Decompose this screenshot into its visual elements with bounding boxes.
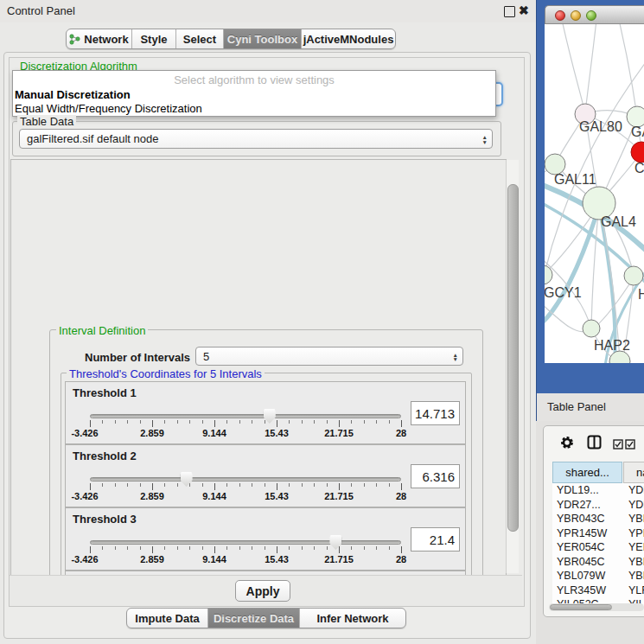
table-data-combobox-value: galFiltered.sif default node bbox=[27, 132, 158, 145]
table-row[interactable]: YDL19...YDL1 bbox=[552, 483, 644, 498]
number-of-intervals-combobox[interactable]: 5 ▲▼ bbox=[195, 347, 463, 366]
gear-icon[interactable] bbox=[559, 435, 575, 454]
tab-jactivemnodules-label: jActiveMNodules bbox=[303, 33, 394, 46]
cell[interactable]: YER0 bbox=[623, 541, 644, 553]
tab-cyni-toolbox[interactable]: Cyni Toolbox bbox=[224, 29, 302, 48]
table-row[interactable]: YBL079WYBL0 bbox=[552, 569, 644, 583]
apply-button[interactable]: Apply bbox=[235, 580, 290, 602]
tab-style-label: Style bbox=[140, 33, 167, 46]
close-traffic-light-icon[interactable] bbox=[555, 10, 565, 21]
zoom-traffic-light-icon[interactable] bbox=[586, 10, 596, 21]
threshold-2-slider-track[interactable] bbox=[90, 477, 401, 481]
float-window-icon[interactable] bbox=[504, 6, 515, 17]
close-icon[interactable]: ✖ bbox=[519, 3, 529, 17]
threshold-1-label: Threshold 1 bbox=[73, 386, 137, 399]
tab-infer-network-label: Infer Network bbox=[316, 612, 388, 625]
threshold-1-value-field[interactable]: 14.713 bbox=[411, 401, 460, 425]
algorithm-dropdown-popup: Select algorithm to view settings Manual… bbox=[12, 70, 496, 117]
cell[interactable]: YDL1 bbox=[623, 484, 644, 496]
tick-label: 28 bbox=[379, 491, 423, 501]
table-horizontal-scrollbar[interactable] bbox=[549, 603, 644, 611]
cell[interactable]: YER054C bbox=[552, 541, 623, 553]
algorithm-option-equal-width[interactable]: Equal Width/Frequency Discretization bbox=[15, 102, 202, 115]
tab-network[interactable]: Network bbox=[67, 29, 132, 48]
cell[interactable]: YBR0 bbox=[623, 513, 644, 525]
cell[interactable]: YBR043C bbox=[552, 513, 623, 525]
node-label: GAL4 bbox=[601, 214, 636, 229]
cell[interactable]: YBR045C bbox=[552, 556, 623, 568]
tick-label: -3.426 bbox=[63, 491, 106, 501]
tick-label: 15.43 bbox=[255, 428, 298, 438]
minimize-traffic-light-icon[interactable] bbox=[571, 10, 581, 21]
tab-impute-data[interactable]: Impute Data bbox=[127, 609, 208, 628]
table-row[interactable]: YBR043CYBR0 bbox=[552, 512, 644, 526]
node-hap2[interactable] bbox=[583, 320, 600, 337]
node-right-mid[interactable] bbox=[624, 266, 643, 285]
table-row[interactable]: YBR045CYBR0 bbox=[552, 555, 644, 570]
tick-label: 28 bbox=[379, 554, 423, 564]
cell[interactable]: YPR145W bbox=[552, 527, 623, 539]
tick-label: -3.426 bbox=[63, 428, 106, 438]
threshold-2-label: Threshold 2 bbox=[73, 450, 137, 462]
tab-discretize-data[interactable]: Discretize Data bbox=[208, 609, 300, 628]
threshold-2-row: Threshold 2 -3.426 2.859 9.144 15.43 21.… bbox=[65, 444, 466, 507]
cell[interactable]: YDL19... bbox=[552, 484, 623, 496]
node-label: H bbox=[638, 287, 644, 302]
tab-discretize-data-label: Discretize Data bbox=[214, 612, 294, 625]
control-panel-titlebar: Control Panel ✖ bbox=[0, 0, 536, 22]
cell[interactable]: YLR3 bbox=[623, 584, 644, 596]
cell[interactable]: YLR345W bbox=[552, 584, 623, 596]
threshold-3-value-field[interactable]: 21.4 bbox=[411, 527, 460, 552]
table-panel-title: Table Panel bbox=[547, 400, 606, 413]
tab-infer-network[interactable]: Infer Network bbox=[300, 609, 405, 628]
tab-style[interactable]: Style bbox=[132, 29, 176, 48]
panel-scrollbar[interactable] bbox=[506, 160, 519, 573]
thresholds-title: Threshold's Coordinates for 5 Intervals bbox=[67, 367, 265, 380]
tab-select-label: Select bbox=[183, 33, 216, 46]
table-row[interactable]: YER054CYER0 bbox=[552, 540, 644, 555]
node-label: GCY1 bbox=[545, 285, 582, 300]
threshold-3-slider-track[interactable] bbox=[90, 540, 401, 545]
threshold-2-value-field[interactable]: 6.316 bbox=[411, 464, 460, 488]
threshold-1-slider-track[interactable] bbox=[90, 414, 401, 418]
tick-label: 2.859 bbox=[131, 554, 174, 564]
table-horizontal-scrollbar-thumb[interactable] bbox=[550, 604, 612, 610]
tab-jactivemnodules[interactable]: jActiveMNodules bbox=[302, 29, 395, 48]
cell[interactable]: YDR2 bbox=[623, 499, 644, 511]
algorithm-option-manual[interactable]: Manual Discretization bbox=[15, 88, 131, 101]
network-window-titlebar[interactable] bbox=[545, 5, 644, 24]
network-canvas[interactable]: GAL80 GA C GAL11 GAL4 GCY1 H HAP2 bbox=[545, 24, 644, 363]
stepper-arrows-icon: ▲▼ bbox=[482, 131, 488, 149]
panel-scrollbar-thumb[interactable] bbox=[507, 184, 519, 532]
column-layout-icon[interactable] bbox=[587, 435, 602, 453]
cell[interactable]: YDR27... bbox=[552, 499, 623, 511]
table-row[interactable]: YDR27...YDR2 bbox=[552, 498, 644, 513]
tick-label: 2.859 bbox=[131, 491, 174, 501]
interval-definition-title: Interval Definition bbox=[56, 324, 148, 337]
node-red-selected[interactable] bbox=[631, 142, 644, 163]
tick-label: 21.715 bbox=[317, 554, 360, 564]
node-bottom[interactable] bbox=[609, 351, 630, 363]
threshold-1-row: Threshold 1 -3.426 2.859 9.144 15.43 21.… bbox=[65, 381, 466, 444]
tick-label: 28 bbox=[379, 428, 423, 438]
node-label: HAP2 bbox=[594, 338, 630, 353]
tab-network-label: Network bbox=[84, 33, 128, 46]
table-data-combobox[interactable]: galFiltered.sif default node ▲▼ bbox=[19, 129, 493, 149]
table-row[interactable]: YLR345WYLR3 bbox=[552, 583, 644, 598]
tab-impute-data-label: Impute Data bbox=[135, 612, 199, 625]
checkbox-columns-icon[interactable] bbox=[613, 437, 635, 453]
threshold-1-slider-ticks bbox=[90, 420, 402, 427]
tick-label: 9.144 bbox=[193, 428, 236, 438]
threshold-3-label: Threshold 3 bbox=[73, 513, 137, 526]
cell[interactable]: YBL079W bbox=[552, 570, 623, 582]
table-row[interactable]: YPR145WYPR1 bbox=[552, 526, 644, 541]
tab-select[interactable]: Select bbox=[176, 29, 224, 48]
cell[interactable]: YBR0 bbox=[623, 556, 644, 568]
column-header-name[interactable]: na bbox=[623, 462, 644, 483]
cell[interactable]: YBL0 bbox=[623, 570, 644, 582]
settings-scrollpane: Interval Definition Number of Intervals … bbox=[10, 159, 507, 576]
top-tab-bar: Network Style Select Cyni Toolbox jActiv… bbox=[66, 29, 396, 49]
cell[interactable]: YPR1 bbox=[623, 527, 644, 539]
column-header-shared[interactable]: shared... bbox=[552, 462, 622, 483]
tick-label: 21.715 bbox=[317, 491, 360, 501]
